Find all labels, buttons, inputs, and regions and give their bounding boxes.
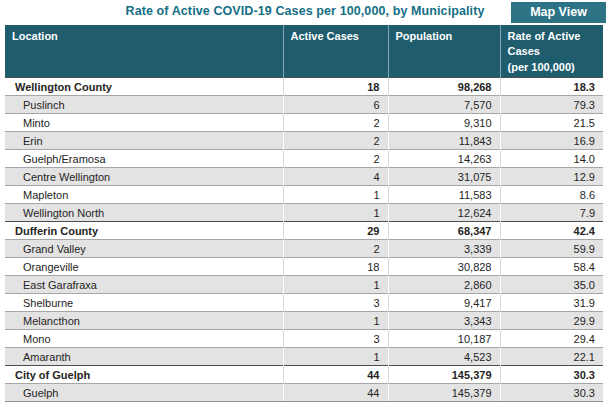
cell-active-cases: 2 — [283, 132, 388, 150]
cell-active-cases: 3 — [283, 330, 388, 348]
cell-active-cases: 18 — [283, 258, 388, 276]
table-header-row: Location Active Cases Population Rate of… — [5, 25, 603, 78]
cell-population: 31,075 — [388, 168, 500, 186]
table-row[interactable]: Wellington County1898,26818.3 — [5, 78, 603, 96]
cell-location: City of Guelph — [5, 366, 283, 384]
cell-active-cases: 1 — [283, 276, 388, 294]
table-row[interactable]: Minto29,31021.5 — [5, 114, 603, 132]
table-body: Wellington County1898,26818.3Puslinch67,… — [5, 78, 603, 402]
cell-population: 4,523 — [388, 348, 500, 366]
table-row[interactable]: Guelph44145,37930.3 — [5, 384, 603, 402]
cell-location: Dufferin County — [5, 222, 283, 240]
cell-active-cases: 29 — [283, 222, 388, 240]
cell-location: Wellington County — [5, 78, 283, 96]
cell-population: 14,263 — [388, 150, 500, 168]
cell-location: Centre Wellington — [5, 168, 283, 186]
cell-active-cases: 18 — [283, 78, 388, 96]
cell-population: 10,187 — [388, 330, 500, 348]
cell-location: Grand Valley — [5, 240, 283, 258]
cell-location: Wellington North — [5, 204, 283, 222]
table-row[interactable]: Erin211,84316.9 — [5, 132, 603, 150]
cell-active-cases: 6 — [283, 96, 388, 114]
cell-active-cases: 44 — [283, 366, 388, 384]
cell-population: 11,843 — [388, 132, 500, 150]
cell-rate: 29.9 — [500, 312, 603, 330]
covid-rate-table: Location Active Cases Population Rate of… — [5, 25, 603, 402]
table-row[interactable]: Orangeville1830,82858.4 — [5, 258, 603, 276]
cell-rate: 30.3 — [500, 384, 603, 402]
cell-population: 7,570 — [388, 96, 500, 114]
cell-rate: 58.4 — [500, 258, 603, 276]
cell-location: Mono — [5, 330, 283, 348]
column-header-rate-line1: Rate of Active Cases — [508, 30, 581, 57]
cell-location: Shelburne — [5, 294, 283, 312]
cell-population: 145,379 — [388, 384, 500, 402]
cell-location: East Garafraxa — [5, 276, 283, 294]
cell-population: 3,339 — [388, 240, 500, 258]
cell-population: 11,583 — [388, 186, 500, 204]
cell-population: 68,347 — [388, 222, 500, 240]
cell-active-cases: 1 — [283, 204, 388, 222]
cell-rate: 30.3 — [500, 366, 603, 384]
column-header-location[interactable]: Location — [5, 25, 283, 78]
cell-rate: 35.0 — [500, 276, 603, 294]
cell-rate: 22.1 — [500, 348, 603, 366]
table-row[interactable]: Mono310,18729.4 — [5, 330, 603, 348]
column-header-active-cases[interactable]: Active Cases — [283, 25, 388, 78]
cell-population: 98,268 — [388, 78, 500, 96]
cell-population: 2,860 — [388, 276, 500, 294]
cell-location: Minto — [5, 114, 283, 132]
cell-rate: 79.3 — [500, 96, 603, 114]
cell-location: Mapleton — [5, 186, 283, 204]
table-row[interactable]: Amaranth14,52322.1 — [5, 348, 603, 366]
cell-rate: 59.9 — [500, 240, 603, 258]
cell-rate: 31.9 — [500, 294, 603, 312]
cell-location: Puslinch — [5, 96, 283, 114]
table-row[interactable]: Wellington North112,6247.9 — [5, 204, 603, 222]
cell-active-cases: 1 — [283, 348, 388, 366]
column-header-rate-line2: (per 100,000) — [508, 61, 575, 73]
column-header-population[interactable]: Population — [388, 25, 500, 78]
cell-rate: 16.9 — [500, 132, 603, 150]
cell-active-cases: 3 — [283, 294, 388, 312]
cell-active-cases: 1 — [283, 312, 388, 330]
cell-location: Amaranth — [5, 348, 283, 366]
cell-rate: 12.9 — [500, 168, 603, 186]
table-row[interactable]: East Garafraxa12,86035.0 — [5, 276, 603, 294]
cell-rate: 8.6 — [500, 186, 603, 204]
cell-rate: 29.4 — [500, 330, 603, 348]
cell-location: Erin — [5, 132, 283, 150]
cell-population: 3,343 — [388, 312, 500, 330]
cell-rate: 7.9 — [500, 204, 603, 222]
table-row[interactable]: Puslinch67,57079.3 — [5, 96, 603, 114]
cell-rate: 18.3 — [500, 78, 603, 96]
cell-population: 9,310 — [388, 114, 500, 132]
table-row[interactable]: City of Guelph44145,37930.3 — [5, 366, 603, 384]
cell-location: Orangeville — [5, 258, 283, 276]
cell-rate: 21.5 — [500, 114, 603, 132]
cell-active-cases: 1 — [283, 186, 388, 204]
column-header-rate[interactable]: Rate of Active Cases (per 100,000) — [500, 25, 603, 78]
cell-population: 12,624 — [388, 204, 500, 222]
table-row[interactable]: Dufferin County2968,34742.4 — [5, 222, 603, 240]
cell-rate: 42.4 — [500, 222, 603, 240]
cell-population: 30,828 — [388, 258, 500, 276]
table-row[interactable]: Melancthon13,34329.9 — [5, 312, 603, 330]
cell-rate: 14.0 — [500, 150, 603, 168]
cell-location: Melancthon — [5, 312, 283, 330]
cell-active-cases: 2 — [283, 150, 388, 168]
cell-active-cases: 44 — [283, 384, 388, 402]
table-row[interactable]: Mapleton111,5838.6 — [5, 186, 603, 204]
cell-location: Guelph — [5, 384, 283, 402]
table-row[interactable]: Guelph/Eramosa214,26314.0 — [5, 150, 603, 168]
map-view-button[interactable]: Map View — [511, 2, 606, 23]
title-bar: Rate of Active COVID-19 Cases per 100,00… — [0, 0, 610, 25]
table-row[interactable]: Shelburne39,41731.9 — [5, 294, 603, 312]
table-row[interactable]: Grand Valley23,33959.9 — [5, 240, 603, 258]
cell-active-cases: 2 — [283, 114, 388, 132]
cell-location: Guelph/Eramosa — [5, 150, 283, 168]
cell-population: 9,417 — [388, 294, 500, 312]
cell-active-cases: 4 — [283, 168, 388, 186]
table-row[interactable]: Centre Wellington431,07512.9 — [5, 168, 603, 186]
cell-active-cases: 2 — [283, 240, 388, 258]
